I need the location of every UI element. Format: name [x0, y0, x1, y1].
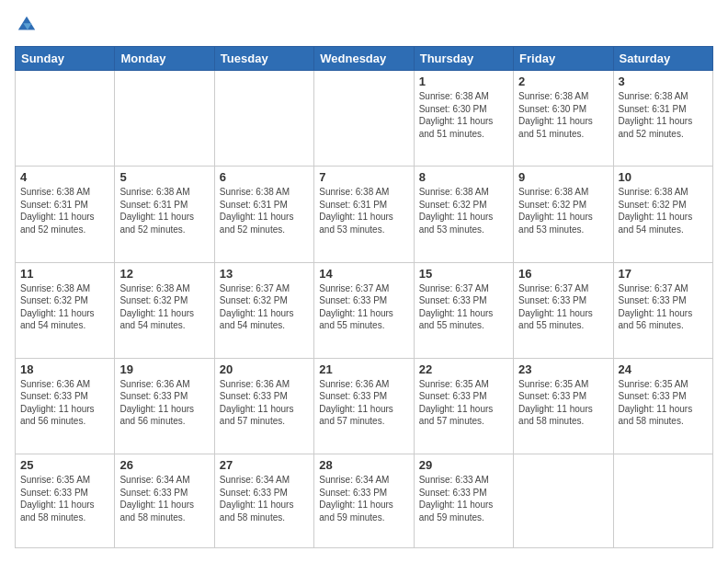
day-number: 25 [20, 458, 109, 472]
day-number: 23 [518, 362, 608, 376]
day-info: Sunrise: 6:38 AM Sunset: 6:32 PM Dayligh… [119, 282, 209, 332]
calendar-week-row: 1Sunrise: 6:38 AM Sunset: 6:30 PM Daylig… [16, 71, 713, 167]
calendar-cell: 22Sunrise: 6:35 AM Sunset: 6:33 PM Dayli… [414, 358, 513, 454]
calendar-cell [115, 71, 214, 167]
day-of-week-header: Monday [115, 47, 214, 71]
day-info: Sunrise: 6:35 AM Sunset: 6:33 PM Dayligh… [518, 378, 608, 428]
logo [15, 15, 37, 39]
day-number: 26 [119, 458, 209, 472]
calendar-week-row: 4Sunrise: 6:38 AM Sunset: 6:31 PM Daylig… [16, 167, 713, 262]
header [15, 15, 713, 39]
day-info: Sunrise: 6:38 AM Sunset: 6:32 PM Dayligh… [419, 186, 508, 236]
calendar-cell: 28Sunrise: 6:34 AM Sunset: 6:33 PM Dayli… [314, 454, 414, 548]
page: SundayMondayTuesdayWednesdayThursdayFrid… [0, 0, 728, 563]
day-info: Sunrise: 6:34 AM Sunset: 6:33 PM Dayligh… [220, 474, 309, 523]
day-of-week-header: Sunday [16, 47, 115, 71]
calendar-cell: 1Sunrise: 6:38 AM Sunset: 6:30 PM Daylig… [414, 71, 513, 167]
day-of-week-header: Saturday [613, 47, 712, 71]
day-info: Sunrise: 6:37 AM Sunset: 6:32 PM Dayligh… [220, 282, 309, 332]
day-info: Sunrise: 6:38 AM Sunset: 6:31 PM Dayligh… [319, 186, 408, 236]
day-of-week-header: Tuesday [214, 47, 313, 71]
day-info: Sunrise: 6:34 AM Sunset: 6:33 PM Dayligh… [119, 474, 209, 523]
calendar-table: SundayMondayTuesdayWednesdayThursdayFrid… [15, 46, 713, 548]
day-info: Sunrise: 6:38 AM Sunset: 6:32 PM Dayligh… [518, 186, 608, 236]
day-info: Sunrise: 6:37 AM Sunset: 6:33 PM Dayligh… [419, 282, 508, 332]
calendar-cell: 29Sunrise: 6:33 AM Sunset: 6:33 PM Dayli… [414, 454, 513, 548]
day-info: Sunrise: 6:35 AM Sunset: 6:33 PM Dayligh… [619, 378, 708, 428]
day-number: 14 [319, 267, 408, 281]
day-info: Sunrise: 6:38 AM Sunset: 6:30 PM Dayligh… [518, 90, 608, 140]
calendar-cell [613, 454, 712, 548]
calendar-cell: 3Sunrise: 6:38 AM Sunset: 6:31 PM Daylig… [613, 71, 712, 167]
day-info: Sunrise: 6:33 AM Sunset: 6:33 PM Dayligh… [419, 474, 508, 523]
day-of-week-header: Wednesday [314, 47, 414, 71]
calendar-cell [514, 454, 613, 548]
calendar-cell: 20Sunrise: 6:36 AM Sunset: 6:33 PM Dayli… [214, 358, 313, 454]
day-info: Sunrise: 6:38 AM Sunset: 6:30 PM Dayligh… [419, 90, 508, 140]
calendar-cell: 5Sunrise: 6:38 AM Sunset: 6:31 PM Daylig… [115, 167, 214, 262]
day-info: Sunrise: 6:35 AM Sunset: 6:33 PM Dayligh… [20, 474, 109, 523]
day-number: 18 [20, 362, 109, 376]
day-info: Sunrise: 6:35 AM Sunset: 6:33 PM Dayligh… [419, 378, 508, 428]
day-info: Sunrise: 6:34 AM Sunset: 6:33 PM Dayligh… [319, 474, 408, 523]
calendar-cell: 13Sunrise: 6:37 AM Sunset: 6:32 PM Dayli… [214, 262, 313, 358]
day-info: Sunrise: 6:38 AM Sunset: 6:31 PM Dayligh… [20, 186, 109, 236]
calendar-cell: 23Sunrise: 6:35 AM Sunset: 6:33 PM Dayli… [514, 358, 613, 454]
day-number: 16 [518, 267, 608, 281]
logo-icon [17, 15, 37, 35]
day-info: Sunrise: 6:36 AM Sunset: 6:33 PM Dayligh… [220, 378, 309, 428]
calendar-cell: 9Sunrise: 6:38 AM Sunset: 6:32 PM Daylig… [514, 167, 613, 262]
calendar-week-row: 25Sunrise: 6:35 AM Sunset: 6:33 PM Dayli… [16, 454, 713, 548]
day-info: Sunrise: 6:36 AM Sunset: 6:33 PM Dayligh… [20, 378, 109, 428]
day-number: 20 [220, 362, 309, 376]
calendar-cell: 12Sunrise: 6:38 AM Sunset: 6:32 PM Dayli… [115, 262, 214, 358]
calendar-cell [314, 71, 414, 167]
day-number: 28 [319, 458, 408, 472]
day-number: 12 [119, 267, 209, 281]
day-number: 6 [220, 170, 309, 184]
day-number: 9 [518, 170, 608, 184]
day-number: 2 [518, 75, 608, 88]
day-number: 15 [419, 267, 508, 281]
day-number: 7 [319, 170, 408, 184]
day-of-week-header: Thursday [414, 47, 513, 71]
calendar-cell: 24Sunrise: 6:35 AM Sunset: 6:33 PM Dayli… [613, 358, 712, 454]
day-number: 29 [419, 458, 508, 472]
day-info: Sunrise: 6:38 AM Sunset: 6:31 PM Dayligh… [220, 186, 309, 236]
calendar-cell: 8Sunrise: 6:38 AM Sunset: 6:32 PM Daylig… [414, 167, 513, 262]
calendar-cell: 16Sunrise: 6:37 AM Sunset: 6:33 PM Dayli… [514, 262, 613, 358]
day-number: 19 [119, 362, 209, 376]
calendar-cell: 18Sunrise: 6:36 AM Sunset: 6:33 PM Dayli… [16, 358, 115, 454]
day-info: Sunrise: 6:38 AM Sunset: 6:32 PM Dayligh… [619, 186, 708, 236]
day-info: Sunrise: 6:36 AM Sunset: 6:33 PM Dayligh… [119, 378, 209, 428]
day-number: 22 [419, 362, 508, 376]
day-number: 1 [419, 75, 508, 88]
day-number: 3 [619, 75, 708, 88]
calendar-cell: 21Sunrise: 6:36 AM Sunset: 6:33 PM Dayli… [314, 358, 414, 454]
calendar-week-row: 18Sunrise: 6:36 AM Sunset: 6:33 PM Dayli… [16, 358, 713, 454]
day-number: 4 [20, 170, 109, 184]
day-info: Sunrise: 6:37 AM Sunset: 6:33 PM Dayligh… [518, 282, 608, 332]
day-number: 13 [220, 267, 309, 281]
day-info: Sunrise: 6:36 AM Sunset: 6:33 PM Dayligh… [319, 378, 408, 428]
day-number: 8 [419, 170, 508, 184]
calendar-cell [16, 71, 115, 167]
calendar-cell: 17Sunrise: 6:37 AM Sunset: 6:33 PM Dayli… [613, 262, 712, 358]
day-info: Sunrise: 6:38 AM Sunset: 6:32 PM Dayligh… [20, 282, 109, 332]
calendar-cell: 10Sunrise: 6:38 AM Sunset: 6:32 PM Dayli… [613, 167, 712, 262]
day-info: Sunrise: 6:37 AM Sunset: 6:33 PM Dayligh… [319, 282, 408, 332]
calendar-cell: 11Sunrise: 6:38 AM Sunset: 6:32 PM Dayli… [16, 262, 115, 358]
day-of-week-header: Friday [514, 47, 613, 71]
calendar-cell: 14Sunrise: 6:37 AM Sunset: 6:33 PM Dayli… [314, 262, 414, 358]
day-number: 27 [220, 458, 309, 472]
day-number: 10 [619, 170, 708, 184]
day-number: 11 [20, 267, 109, 281]
day-number: 24 [619, 362, 708, 376]
calendar-cell: 15Sunrise: 6:37 AM Sunset: 6:33 PM Dayli… [414, 262, 513, 358]
day-info: Sunrise: 6:37 AM Sunset: 6:33 PM Dayligh… [619, 282, 708, 332]
calendar-week-row: 11Sunrise: 6:38 AM Sunset: 6:32 PM Dayli… [16, 262, 713, 358]
calendar-cell: 7Sunrise: 6:38 AM Sunset: 6:31 PM Daylig… [314, 167, 414, 262]
calendar-cell: 27Sunrise: 6:34 AM Sunset: 6:33 PM Dayli… [214, 454, 313, 548]
day-info: Sunrise: 6:38 AM Sunset: 6:31 PM Dayligh… [619, 90, 708, 140]
calendar-cell [214, 71, 313, 167]
